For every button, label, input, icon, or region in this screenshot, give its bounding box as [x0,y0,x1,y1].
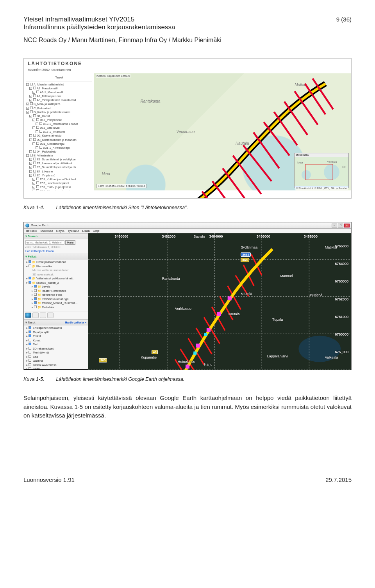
tree-node[interactable]: -D3_Kiinteistötiedot ja maanom [26,138,92,142]
minimap-title: Minikartta [295,153,348,157]
earth-place-label: Hautala [228,312,240,316]
svg-rect-51 [186,365,189,369]
layer-item[interactable]: ▸ Lisää [26,367,86,369]
layer-item[interactable]: ▸ Sää [26,355,86,359]
tree-node[interactable]: -E2_Lausunnot ja päätökset [26,162,92,165]
doc-authors: NCC Roads Oy / Manu Marttinen, Finnmap I… [23,37,352,44]
tree-node[interactable]: -A1_Maastomalli [26,87,92,91]
tree-node[interactable]: -D1_Kartat [26,114,92,118]
earth-viewport[interactable]: Kirjaudu sisään [88,233,351,369]
tree-node[interactable]: -D13-1_ilmakuvat [26,130,92,134]
tree-node[interactable]: -D31_Kiinteistörajat [26,142,92,146]
tree-node[interactable]: -E3_Suunnitteluperusteet ja oh [26,165,92,169]
map-viewport[interactable]: Katselu Rajaukset Lataus MultarRantakunt… [94,73,351,190]
menu-item[interactable]: Lisää [82,229,90,233]
tree-node[interactable]: -D4_Paikkatieto [26,150,92,154]
y-coord-label: 675_000 [335,350,348,354]
places-item[interactable]: ▸📁 Mt3662_flatten_2 [26,281,86,285]
earth-icon[interactable] [25,313,31,318]
earth-gallery-link[interactable]: Earth-galleria » [65,321,86,324]
tree-node[interactable]: -E51_Kulttuuriperintökohteet [26,178,92,181]
road-badge: 3662 [241,252,251,257]
map-cursor-coords: 3435450.15802, 6761467.58614 [105,185,145,187]
places-item[interactable]: ▸📁 Raster References [26,289,86,293]
layer-item[interactable]: ▸ Galleria [26,359,86,363]
tree-node[interactable]: -C_Rakenteet [26,107,92,110]
window-title: Google Earth [31,224,49,227]
map-place-label: Verkkosuo [177,130,195,134]
menu-item[interactable]: Tiedosto [25,229,37,233]
places-toolbar[interactable] [24,311,88,320]
svg-point-19 [302,170,311,179]
places-item[interactable]: ▸📁 mt3662-valumat.dgn [26,297,86,302]
tree-node[interactable]: -E_Viiteaineisto [26,154,92,158]
places-item[interactable]: ▸📁 Kiertomatka [26,265,86,269]
tree-node[interactable]: -B_Maa- ja kallioperä [26,102,92,106]
places-item[interactable]: ▸📁 Levels [26,285,86,289]
map-place-label: Hautala [236,141,249,146]
tree-node[interactable]: -D31-1_Kiinteistörajat [26,146,92,150]
figure-1-caption: Kuva 1-4. Lähtötiedon ilmentämisesimerkk… [23,205,352,210]
tree-node[interactable]: -E54_Pilaantuneet maat [26,189,92,190]
layer-tree-panel[interactable]: Tasot -A_Maastomalliaineistot-A1_Maastom… [24,73,94,190]
y-coord-label: 6764000 [335,262,348,266]
places-item[interactable]: ▸📁 Reference Files [26,293,86,297]
figure-2-caption-label: Kuva 1-5. [23,377,55,382]
layer-item[interactable]: ▸ Paikat [26,334,86,339]
tree-node[interactable]: -A2_Mittausperusta [26,94,92,98]
layer-item[interactable]: ▸ Kuvat [26,339,86,343]
earth-place-label: Lappalanjärvi [267,354,288,358]
footer-version: Luonnosversio 1.91 [23,476,75,483]
tree-node[interactable]: -E53_Pinta- ja pohjavesi [26,185,92,189]
menu-item[interactable]: Muokkaa [40,229,53,233]
search-input[interactable] [25,240,64,245]
earth-place-label: Tupala [272,318,283,322]
maximize-button[interactable]: □ [338,224,343,227]
tree-node[interactable]: -A1-1_Maastomalli [26,91,92,94]
tree-node[interactable]: -D2_Kaava-aineisto [26,134,92,138]
tree-node[interactable]: -E52_Luontoselvitykset [26,181,92,185]
toolbar-button[interactable] [47,313,54,318]
close-button[interactable]: × [344,224,350,227]
earth-place-label: Matikka [325,245,337,249]
tree-node[interactable]: -D13_Ortokuvat [26,126,92,130]
layer-tree-header: Tasot [26,75,92,82]
tree-node[interactable]: -A3_Yleispiirteinen maastomall [26,98,92,102]
toolbar-button[interactable] [32,313,39,318]
layer-item[interactable]: ▸ Global Awareness [26,363,86,368]
places-item[interactable]: ▸📁 Omat paikkamerkinnät [26,260,86,265]
layer-item[interactable]: ▸ 3D-rakennukset [26,347,86,351]
layer-item[interactable]: ▸ Ensisijainen tietokanta [26,326,86,330]
tree-node[interactable]: -E1_Suunnitelmat ja selvitykse [26,158,92,162]
layers-panel-header[interactable]: ▾ Tasot Earth-galleria » [24,320,88,325]
layer-item[interactable]: ▸ Rajat ja kyltit [26,330,86,335]
search-button[interactable]: Haku [65,240,75,245]
tree-node[interactable]: -D12-1_rasterikartta 1:5000 [26,122,92,126]
search-links[interactable]: Hae reittiohjeet Historia [24,250,88,254]
places-item[interactable]: ▸📁 Väliaikaiset paikkamerkinnät [26,277,86,281]
places-item[interactable]: ▸📁 Metadata [26,306,86,310]
side-panel[interactable]: ▾ Search Haku esim.: Mariankatu 2, Helsi… [24,233,88,369]
tree-node[interactable]: -A_Maastomalliaineistot [26,83,92,87]
minimap[interactable]: Minikartta Ikkaa Valkeala Utti [294,153,349,188]
minimize-button[interactable]: – [332,224,337,227]
layer-item[interactable]: ▸ Tiet [26,343,86,347]
menu-item[interactable]: Ohje [93,229,100,233]
menu-item[interactable]: Näytä [56,229,64,233]
figure-1-lahtotietokone-screenshot: LÄHTÖTIETOKONE Maantien 3662 parantamine… [23,58,352,199]
svg-point-20 [324,164,339,180]
tree-node[interactable]: -D12_Pohjakartat [26,118,92,122]
places-item[interactable]: ▸📁 Mt3662_Mitatut_Rummut… [26,301,86,306]
menu-bar[interactable]: TiedostoMuokkaaNäytäTyökalutLisääOhje [24,229,351,233]
earth-overlay [88,233,351,370]
tree-node[interactable]: -E5_Ympäristö [26,174,92,178]
svg-rect-48 [217,312,221,316]
toolbar-button[interactable] [40,313,46,318]
layer-item[interactable]: ▸ Merinäkymä [26,351,86,355]
tree-node[interactable]: -D_Kartta- ja paikkatietoainei [26,110,92,114]
x-coord-label: 3488000 [304,234,318,238]
tree-node[interactable]: -E4_Liikenne [26,170,92,174]
places-panel-header[interactable]: ▾ Paikat [24,254,88,259]
menu-item[interactable]: Työkalut [68,229,79,233]
search-panel-header[interactable]: ▾ Search [24,233,88,239]
